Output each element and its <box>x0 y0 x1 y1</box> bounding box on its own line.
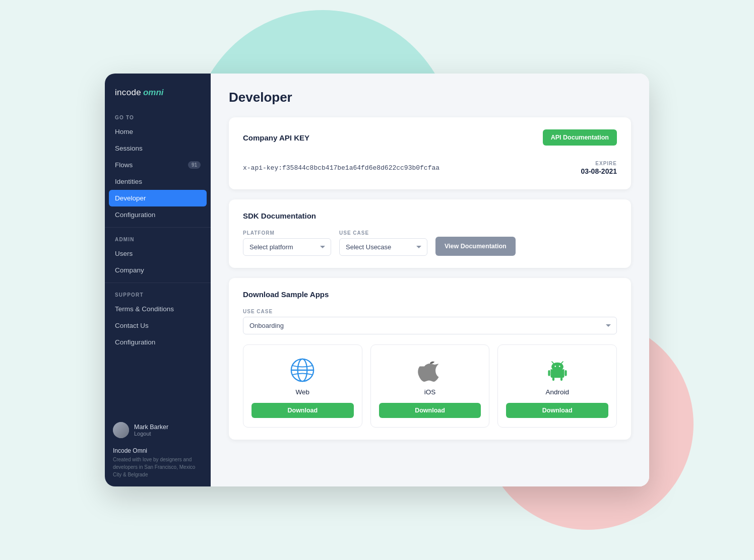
download-usecase-select[interactable]: Onboarding Authentication ID Validation <box>243 317 617 334</box>
brand-name: Incode Omni <box>113 447 203 454</box>
user-name: Mark Barker <box>134 424 168 431</box>
platform-label: PLATFORM <box>243 230 331 236</box>
sdk-documentation-card: SDK Documentation PLATFORM Select platfo… <box>229 199 631 268</box>
sidebar-item-configuration-support[interactable]: Configuration <box>105 334 211 351</box>
svg-rect-12 <box>560 377 562 381</box>
avatar <box>113 422 129 438</box>
ios-platform-name: iOS <box>424 388 436 396</box>
expire-value: 03-08-2021 <box>581 167 617 175</box>
expire-label: EXPIRE <box>581 161 617 166</box>
sdk-card-title: SDK Documentation <box>243 212 316 220</box>
sidebar-logo: incode omni <box>105 74 211 110</box>
sidebar: incode omni GO TO Home Sessions Flows 91… <box>105 74 211 486</box>
web-platform-name: Web <box>296 388 310 396</box>
api-documentation-button[interactable]: API Documentation <box>543 129 617 146</box>
ios-icon <box>417 357 443 383</box>
svg-rect-13 <box>550 369 564 371</box>
platform-card-web: Web Download <box>243 344 362 428</box>
api-key-value: x-api-key:f35844c8bcb417be1a64fd6e8d622c… <box>243 164 439 172</box>
api-key-row: x-api-key:f35844c8bcb417be1a64fd6e8d622c… <box>243 156 617 177</box>
sidebar-item-contact[interactable]: Contact Us <box>105 317 211 334</box>
ios-download-button[interactable]: Download <box>379 403 481 418</box>
api-key-card-header: Company API KEY API Documentation <box>243 129 617 146</box>
sidebar-footer: Mark Barker Logout Incode Omni Created w… <box>105 411 211 486</box>
svg-rect-8 <box>550 370 564 378</box>
user-info: Mark Barker Logout <box>134 424 168 437</box>
android-icon <box>544 357 571 383</box>
section-label-goto: GO TO <box>105 110 211 123</box>
download-usecase-label: USE CASE <box>243 309 617 314</box>
download-usecase-row: USE CASE Onboarding Authentication ID Va… <box>243 309 617 334</box>
section-label-admin: ADMIN <box>105 232 211 245</box>
download-card-title: Download Sample Apps <box>243 290 329 299</box>
download-card-header: Download Sample Apps <box>243 290 617 299</box>
sdk-card-header: SDK Documentation <box>243 212 617 220</box>
web-download-button[interactable]: Download <box>252 403 354 418</box>
svg-point-4 <box>554 366 556 367</box>
svg-point-5 <box>559 366 560 367</box>
usecase-select[interactable]: Select Usecase Onboarding Authentication… <box>339 238 427 256</box>
platform-card-ios: iOS Download <box>370 344 490 428</box>
brand-footer: Incode Omni Created with love by designe… <box>113 443 203 486</box>
sidebar-item-terms[interactable]: Terms & Conditions <box>105 301 211 317</box>
platform-cards-row: Web Download iOS Download <box>243 344 617 428</box>
svg-line-6 <box>552 362 554 364</box>
logo-omni-text: omni <box>143 88 164 98</box>
usecase-label: USE CASE <box>339 230 427 236</box>
sdk-selectors: PLATFORM Select platform iOS Android Web… <box>243 230 617 256</box>
sidebar-user-section: Mark Barker Logout <box>113 417 203 443</box>
platform-select-group: PLATFORM Select platform iOS Android Web <box>243 230 331 256</box>
logo-incode-text: incode <box>115 88 141 98</box>
api-key-card: Company API KEY API Documentation x-api-… <box>229 117 631 189</box>
sidebar-divider-1 <box>105 227 211 228</box>
sidebar-item-users[interactable]: Users <box>105 245 211 262</box>
android-platform-name: Android <box>545 388 569 396</box>
sidebar-item-flows[interactable]: Flows 91 <box>105 157 211 173</box>
view-documentation-button[interactable]: View Documentation <box>435 237 516 256</box>
svg-rect-11 <box>552 377 554 381</box>
api-key-card-title: Company API KEY <box>243 133 309 142</box>
sidebar-item-identities[interactable]: Identities <box>105 173 211 190</box>
api-key-expire-section: EXPIRE 03-08-2021 <box>581 161 617 175</box>
download-usecase-group: USE CASE Onboarding Authentication ID Va… <box>243 309 617 334</box>
download-apps-card: Download Sample Apps USE CASE Onboarding… <box>229 278 631 440</box>
android-download-button[interactable]: Download <box>506 403 608 418</box>
page-title: Developer <box>229 90 631 105</box>
logout-link[interactable]: Logout <box>134 431 168 437</box>
platform-select[interactable]: Select platform iOS Android Web <box>243 238 331 256</box>
brand-tagline: Created with love by designers and devel… <box>113 456 203 478</box>
platform-card-android: Android Download <box>497 344 617 428</box>
sidebar-item-company[interactable]: Company <box>105 262 211 278</box>
sidebar-item-configuration-goto[interactable]: Configuration <box>105 206 211 223</box>
web-icon <box>289 357 316 383</box>
app-window: incode omni GO TO Home Sessions Flows 91… <box>105 74 649 486</box>
section-label-support: SUPPORT <box>105 287 211 301</box>
svg-line-7 <box>560 362 562 364</box>
sidebar-item-developer[interactable]: Developer <box>109 190 207 206</box>
svg-rect-10 <box>564 370 567 376</box>
avatar-image <box>113 422 129 438</box>
sidebar-divider-2 <box>105 283 211 283</box>
sidebar-item-sessions[interactable]: Sessions <box>105 140 211 157</box>
usecase-select-group: USE CASE Select Usecase Onboarding Authe… <box>339 230 427 256</box>
svg-rect-9 <box>548 370 550 376</box>
main-content: Developer Company API KEY API Documentat… <box>211 74 649 486</box>
sidebar-item-home[interactable]: Home <box>105 123 211 140</box>
flows-badge: 91 <box>188 161 201 169</box>
